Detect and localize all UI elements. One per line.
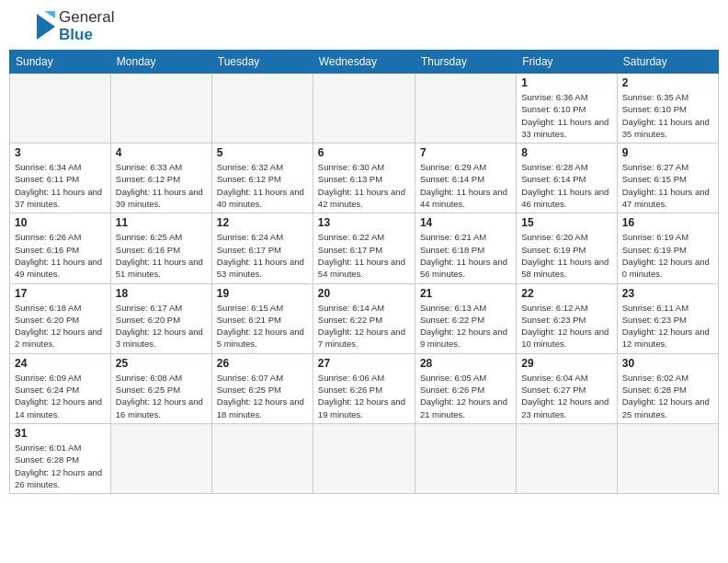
- calendar-cell: 27Sunrise: 6:06 AM Sunset: 6:26 PM Dayli…: [313, 353, 415, 423]
- day-info: Sunrise: 6:20 AM Sunset: 6:19 PM Dayligh…: [521, 231, 612, 280]
- calendar-cell: [415, 74, 516, 144]
- calendar-cell: [110, 423, 211, 493]
- calendar-cell: 15Sunrise: 6:20 AM Sunset: 6:19 PM Dayli…: [517, 213, 618, 283]
- day-number: 19: [217, 287, 308, 300]
- calendar-cell: 22Sunrise: 6:12 AM Sunset: 6:23 PM Dayli…: [517, 283, 618, 353]
- day-info: Sunrise: 6:01 AM Sunset: 6:28 PM Dayligh…: [15, 442, 106, 490]
- day-info: Sunrise: 6:33 AM Sunset: 6:12 PM Dayligh…: [116, 161, 207, 210]
- col-header-thursday: Thursday: [415, 51, 516, 74]
- calendar-cell: 2Sunrise: 6:35 AM Sunset: 6:10 PM Daylig…: [617, 74, 718, 144]
- calendar-cell: 24Sunrise: 6:09 AM Sunset: 6:24 PM Dayli…: [10, 353, 111, 423]
- day-info: Sunrise: 6:05 AM Sunset: 6:26 PM Dayligh…: [420, 372, 511, 420]
- day-number: 23: [622, 287, 713, 300]
- day-number: 5: [217, 146, 308, 159]
- day-number: 31: [15, 427, 106, 440]
- calendar-cell: 19Sunrise: 6:15 AM Sunset: 6:21 PM Dayli…: [211, 283, 313, 353]
- day-info: Sunrise: 6:30 AM Sunset: 6:13 PM Dayligh…: [318, 161, 410, 210]
- logo-blue-text: Blue: [59, 27, 114, 44]
- day-number: 1: [521, 76, 612, 89]
- calendar-cell: [211, 74, 313, 144]
- day-info: Sunrise: 6:26 AM Sunset: 6:16 PM Dayligh…: [15, 231, 106, 280]
- day-number: 11: [116, 216, 207, 229]
- day-info: Sunrise: 6:06 AM Sunset: 6:26 PM Dayligh…: [318, 372, 410, 420]
- day-info: Sunrise: 6:07 AM Sunset: 6:25 PM Dayligh…: [217, 372, 308, 420]
- calendar-week-row: 10Sunrise: 6:26 AM Sunset: 6:16 PM Dayli…: [10, 213, 719, 283]
- day-number: 17: [15, 287, 106, 300]
- calendar-cell: 31Sunrise: 6:01 AM Sunset: 6:28 PM Dayli…: [10, 423, 111, 493]
- day-info: Sunrise: 6:08 AM Sunset: 6:25 PM Dayligh…: [116, 372, 207, 420]
- day-info: Sunrise: 6:12 AM Sunset: 6:23 PM Dayligh…: [521, 302, 612, 350]
- day-number: 28: [420, 357, 511, 370]
- day-info: Sunrise: 6:09 AM Sunset: 6:24 PM Dayligh…: [15, 372, 106, 420]
- calendar-cell: 23Sunrise: 6:11 AM Sunset: 6:23 PM Dayli…: [617, 283, 718, 353]
- calendar-cell: 25Sunrise: 6:08 AM Sunset: 6:25 PM Dayli…: [110, 353, 211, 423]
- calendar-cell: 10Sunrise: 6:26 AM Sunset: 6:16 PM Dayli…: [10, 213, 111, 283]
- calendar-cell: [211, 423, 313, 493]
- calendar-cell: [110, 74, 211, 144]
- day-info: Sunrise: 6:24 AM Sunset: 6:17 PM Dayligh…: [217, 231, 308, 280]
- calendar-cell: 17Sunrise: 6:18 AM Sunset: 6:20 PM Dayli…: [10, 283, 111, 353]
- day-number: 14: [420, 216, 511, 229]
- calendar-cell: 26Sunrise: 6:07 AM Sunset: 6:25 PM Dayli…: [211, 353, 313, 423]
- calendar-cell: 7Sunrise: 6:29 AM Sunset: 6:14 PM Daylig…: [415, 144, 516, 213]
- calendar-cell: 12Sunrise: 6:24 AM Sunset: 6:17 PM Dayli…: [211, 213, 313, 283]
- day-number: 26: [217, 357, 308, 370]
- calendar-cell: [617, 423, 718, 493]
- day-number: 4: [116, 146, 207, 159]
- calendar-week-row: 24Sunrise: 6:09 AM Sunset: 6:24 PM Dayli…: [10, 353, 719, 423]
- day-info: Sunrise: 6:02 AM Sunset: 6:28 PM Dayligh…: [622, 372, 713, 420]
- calendar-table: SundayMondayTuesdayWednesdayThursdayFrid…: [9, 50, 719, 494]
- day-number: 16: [622, 216, 713, 229]
- day-info: Sunrise: 6:15 AM Sunset: 6:21 PM Dayligh…: [217, 302, 308, 350]
- day-info: Sunrise: 6:21 AM Sunset: 6:18 PM Dayligh…: [420, 231, 511, 280]
- logo: GeneralBlue: [9, 9, 114, 44]
- day-info: Sunrise: 6:27 AM Sunset: 6:15 PM Dayligh…: [622, 161, 713, 210]
- day-number: 2: [622, 76, 713, 89]
- day-number: 9: [622, 146, 713, 159]
- col-header-tuesday: Tuesday: [211, 51, 313, 74]
- day-number: 27: [318, 357, 410, 370]
- calendar-cell: 6Sunrise: 6:30 AM Sunset: 6:13 PM Daylig…: [313, 144, 415, 213]
- calendar-week-row: 17Sunrise: 6:18 AM Sunset: 6:20 PM Dayli…: [10, 283, 719, 353]
- day-number: 3: [15, 146, 106, 159]
- calendar-cell: 30Sunrise: 6:02 AM Sunset: 6:28 PM Dayli…: [617, 353, 718, 423]
- day-number: 22: [521, 287, 612, 300]
- col-header-saturday: Saturday: [617, 51, 718, 74]
- day-info: Sunrise: 6:22 AM Sunset: 6:17 PM Dayligh…: [318, 231, 410, 280]
- day-number: 13: [318, 216, 410, 229]
- day-number: 12: [217, 216, 308, 229]
- calendar-cell: [313, 74, 415, 144]
- calendar-week-row: 1Sunrise: 6:36 AM Sunset: 6:10 PM Daylig…: [10, 74, 719, 144]
- calendar-cell: 4Sunrise: 6:33 AM Sunset: 6:12 PM Daylig…: [110, 144, 211, 213]
- day-info: Sunrise: 6:11 AM Sunset: 6:23 PM Dayligh…: [622, 302, 713, 350]
- calendar-cell: 28Sunrise: 6:05 AM Sunset: 6:26 PM Dayli…: [415, 353, 516, 423]
- calendar-cell: [313, 423, 415, 493]
- day-info: Sunrise: 6:19 AM Sunset: 6:19 PM Dayligh…: [622, 231, 713, 280]
- calendar-cell: [415, 423, 516, 493]
- day-info: Sunrise: 6:32 AM Sunset: 6:12 PM Dayligh…: [217, 161, 308, 210]
- day-number: 7: [420, 146, 511, 159]
- calendar-cell: 11Sunrise: 6:25 AM Sunset: 6:16 PM Dayli…: [110, 213, 211, 283]
- day-number: 15: [521, 216, 612, 229]
- day-number: 8: [521, 146, 612, 159]
- col-header-wednesday: Wednesday: [313, 51, 415, 74]
- day-info: Sunrise: 6:25 AM Sunset: 6:16 PM Dayligh…: [116, 231, 207, 280]
- calendar-cell: 21Sunrise: 6:13 AM Sunset: 6:22 PM Dayli…: [415, 283, 516, 353]
- day-number: 20: [318, 287, 410, 300]
- svg-marker-1: [44, 11, 55, 18]
- calendar-cell: [517, 423, 618, 493]
- day-number: 29: [521, 357, 612, 370]
- calendar-cell: 18Sunrise: 6:17 AM Sunset: 6:20 PM Dayli…: [110, 283, 211, 353]
- calendar-week-row: 3Sunrise: 6:34 AM Sunset: 6:11 PM Daylig…: [10, 144, 719, 213]
- day-info: Sunrise: 6:18 AM Sunset: 6:20 PM Dayligh…: [15, 302, 106, 350]
- calendar-header-row: SundayMondayTuesdayWednesdayThursdayFrid…: [10, 51, 719, 74]
- calendar-cell: 16Sunrise: 6:19 AM Sunset: 6:19 PM Dayli…: [617, 213, 718, 283]
- day-info: Sunrise: 6:17 AM Sunset: 6:20 PM Dayligh…: [116, 302, 207, 350]
- calendar-cell: [10, 74, 111, 144]
- day-info: Sunrise: 6:04 AM Sunset: 6:27 PM Dayligh…: [521, 372, 612, 420]
- calendar-cell: 5Sunrise: 6:32 AM Sunset: 6:12 PM Daylig…: [211, 144, 313, 213]
- day-number: 6: [318, 146, 410, 159]
- calendar-cell: 14Sunrise: 6:21 AM Sunset: 6:18 PM Dayli…: [415, 213, 516, 283]
- calendar-cell: 1Sunrise: 6:36 AM Sunset: 6:10 PM Daylig…: [517, 74, 618, 144]
- day-info: Sunrise: 6:35 AM Sunset: 6:10 PM Dayligh…: [622, 91, 713, 140]
